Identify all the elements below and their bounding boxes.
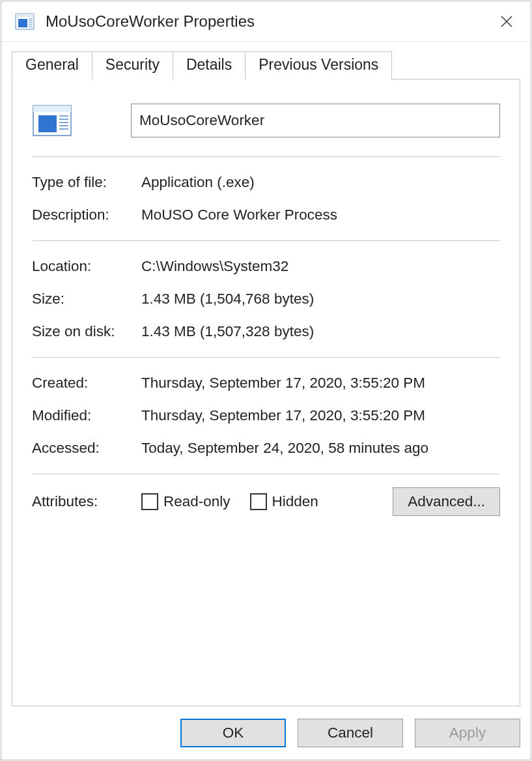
cancel-button[interactable]: Cancel bbox=[298, 719, 403, 747]
value-location: C:\Windows\System32 bbox=[141, 258, 500, 275]
value-sizeondisk: 1.43 MB (1,507,328 bytes) bbox=[141, 323, 500, 340]
filename-input[interactable] bbox=[131, 104, 500, 137]
file-icon bbox=[14, 11, 35, 32]
tab-previous-versions[interactable]: Previous Versions bbox=[245, 51, 392, 79]
dialog-button-strip: OK Cancel Apply bbox=[1, 706, 531, 760]
checkbox-readonly[interactable]: Read-only bbox=[141, 493, 231, 510]
checkbox-readonly-label: Read-only bbox=[163, 493, 231, 510]
tab-details[interactable]: Details bbox=[173, 51, 245, 79]
svg-rect-1 bbox=[16, 14, 34, 17]
label-size: Size: bbox=[32, 291, 141, 308]
label-sizeondisk: Size on disk: bbox=[32, 323, 141, 340]
close-button[interactable] bbox=[492, 7, 522, 36]
file-type-icon bbox=[31, 99, 74, 142]
value-modified: Thursday, September 17, 2020, 3:55:20 PM bbox=[141, 407, 500, 424]
value-created: Thursday, September 17, 2020, 3:55:20 PM bbox=[141, 375, 500, 392]
label-location: Location: bbox=[32, 258, 141, 275]
titlebar: MoUsoCoreWorker Properties bbox=[1, 1, 531, 42]
properties-window: MoUsoCoreWorker Properties General Secur… bbox=[1, 1, 531, 760]
value-size: 1.43 MB (1,504,768 bytes) bbox=[141, 291, 500, 308]
client-area: General Security Details Previous Versio… bbox=[1, 42, 531, 706]
label-modified: Modified: bbox=[32, 407, 141, 424]
advanced-button[interactable]: Advanced... bbox=[393, 487, 500, 516]
value-accessed: Today, September 24, 2020, 58 minutes ag… bbox=[141, 440, 500, 457]
checkbox-hidden[interactable]: Hidden bbox=[250, 493, 318, 510]
value-description: MoUSO Core Worker Process bbox=[141, 207, 500, 223]
tab-general[interactable]: General bbox=[12, 51, 92, 79]
close-icon bbox=[500, 15, 513, 28]
svg-rect-2 bbox=[18, 19, 27, 27]
checkbox-box bbox=[141, 493, 158, 510]
tab-panel-general: Type of file: Application (.exe) Descrip… bbox=[12, 79, 520, 706]
value-type: Application (.exe) bbox=[141, 174, 500, 191]
tab-strip: General Security Details Previous Versio… bbox=[12, 51, 520, 79]
label-description: Description: bbox=[32, 207, 141, 223]
apply-button[interactable]: Apply bbox=[415, 719, 520, 747]
label-created: Created: bbox=[32, 375, 141, 392]
checkbox-box bbox=[250, 493, 267, 510]
window-title: MoUsoCoreWorker Properties bbox=[46, 12, 255, 31]
checkbox-hidden-label: Hidden bbox=[272, 493, 318, 510]
svg-rect-12 bbox=[38, 115, 57, 132]
tab-security[interactable]: Security bbox=[92, 51, 173, 79]
label-attributes: Attributes: bbox=[32, 493, 141, 510]
svg-rect-11 bbox=[33, 106, 71, 112]
label-accessed: Accessed: bbox=[32, 440, 141, 457]
ok-button[interactable]: OK bbox=[180, 719, 286, 747]
label-type: Type of file: bbox=[32, 174, 141, 191]
